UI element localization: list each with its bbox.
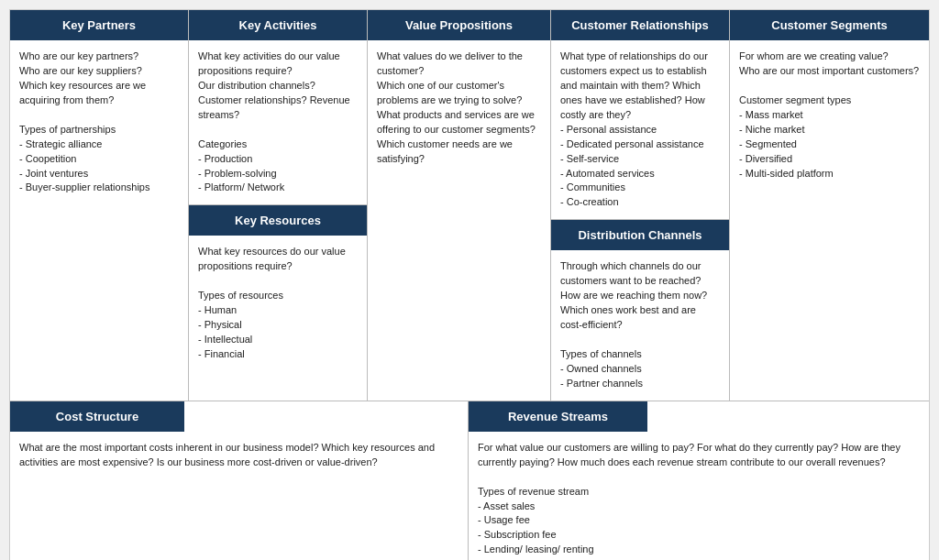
value-propositions-header: Value Propositions [368,10,550,40]
business-model-canvas: Key Partners Who are our key partners? W… [9,9,930,560]
key-resources-body: What key resources do our value proposit… [189,236,367,400]
key-partners-header: Key Partners [10,10,188,40]
customer-relationships-header: Customer Relationships [551,10,729,40]
key-activities-body: What key activities do our value proposi… [189,40,367,204]
value-propositions-body: What values do we deliver to the custome… [368,40,550,401]
customer-relationships-body: What type of relationships do our custom… [551,40,729,219]
key-resources-header: Key Resources [189,205,367,236]
cost-structure-header: Cost Structure [10,401,184,432]
customer-segments-header: Customer Segments [730,10,929,40]
customer-segments-body: For whom are we creating value? Who are … [730,40,929,401]
key-activities-header: Key Activities [189,10,367,40]
distribution-channels-header: Distribution Channels [551,220,729,250]
cost-structure-body: What are the most important costs inhere… [10,432,468,560]
revenue-streams-body: For what value our customers are willing… [469,432,929,560]
distribution-channels-body: Through which channels do our customers … [551,250,729,400]
key-partners-body: Who are our key partners? Who are our ke… [10,40,188,401]
revenue-streams-header: Revenue Streams [469,401,647,432]
